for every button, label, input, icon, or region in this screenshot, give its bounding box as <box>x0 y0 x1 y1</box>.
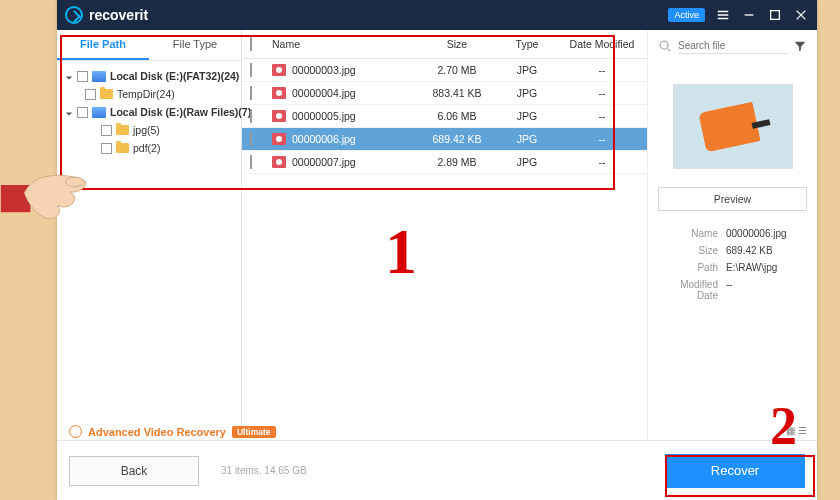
svg-point-1 <box>660 41 668 49</box>
meta-path-val: E:\RAW\jpg <box>726 262 777 273</box>
tree-label: jpg(5) <box>133 124 160 136</box>
search-icon <box>658 39 672 53</box>
footer: Advanced Video Recovery Ultimate ▦ ☰ Bac… <box>57 440 817 500</box>
tree-label: Local Disk (E:)(FAT32)(24) <box>110 70 239 82</box>
sidebar: File Path File Type Local Disk (E:)(FAT3… <box>57 30 242 440</box>
minimize-icon[interactable] <box>741 7 757 23</box>
image-file-icon <box>272 64 286 76</box>
brand-name: recoverit <box>89 7 148 23</box>
file-type: JPG <box>497 156 557 168</box>
tree-label: TempDir(24) <box>117 88 175 100</box>
file-type: JPG <box>497 133 557 145</box>
folder-icon <box>116 125 129 135</box>
tree-row[interactable]: jpg(5) <box>61 121 237 139</box>
file-name: 00000007.jpg <box>292 156 356 168</box>
tree-checkbox[interactable] <box>85 89 96 100</box>
brand: recoverit <box>65 6 148 24</box>
meta-name-key: Name <box>658 228 718 239</box>
file-list: Name Size Type Date Modified 00000003.jp… <box>242 30 647 440</box>
image-file-icon <box>272 156 286 168</box>
file-row[interactable]: 00000006.jpg689.42 KBJPG-- <box>242 128 647 151</box>
preview-thumbnail <box>673 84 793 169</box>
app-window: recoverit Active File Path File Type Loc… <box>57 0 817 500</box>
row-checkbox[interactable] <box>250 86 252 100</box>
file-type: JPG <box>497 64 557 76</box>
file-size: 2.70 MB <box>417 64 497 76</box>
meta-size-val: 689.42 KB <box>726 245 773 256</box>
folder-icon <box>116 143 129 153</box>
recover-button[interactable]: Recover <box>665 454 805 488</box>
file-type: JPG <box>497 87 557 99</box>
file-row[interactable]: 00000007.jpg2.89 MBJPG-- <box>242 151 647 174</box>
back-button[interactable]: Back <box>69 456 199 486</box>
tree-checkbox[interactable] <box>77 71 88 82</box>
tree-row[interactable]: TempDir(24) <box>61 85 237 103</box>
tree-label: pdf(2) <box>133 142 160 154</box>
tab-file-type[interactable]: File Type <box>149 30 241 60</box>
file-name: 00000006.jpg <box>292 133 356 145</box>
row-checkbox[interactable] <box>250 155 252 169</box>
file-size: 2.89 MB <box>417 156 497 168</box>
col-name[interactable]: Name <box>272 38 417 50</box>
row-checkbox[interactable] <box>250 63 252 77</box>
image-file-icon <box>272 133 286 145</box>
meta-size-key: Size <box>658 245 718 256</box>
menu-icon[interactable] <box>715 7 731 23</box>
svg-rect-2 <box>1 185 31 212</box>
meta-name-val: 00000006.jpg <box>726 228 787 239</box>
svg-rect-0 <box>771 11 780 20</box>
meta-mod-key: Modified Date <box>658 279 718 301</box>
file-name: 00000005.jpg <box>292 110 356 122</box>
folder-icon <box>100 89 113 99</box>
refresh-icon <box>69 425 82 438</box>
chevron-down-icon[interactable] <box>65 72 73 80</box>
file-name: 00000004.jpg <box>292 87 356 99</box>
file-size: 883.41 KB <box>417 87 497 99</box>
file-name: 00000003.jpg <box>292 64 356 76</box>
view-mode-icons[interactable]: ▦ ☰ <box>786 425 807 436</box>
tree-checkbox[interactable] <box>101 125 112 136</box>
ultimate-badge: Ultimate <box>232 426 276 438</box>
meta-mod-val: -- <box>726 279 733 301</box>
brand-logo-icon <box>65 6 83 24</box>
tree-label: Local Disk (E:)(Raw Files)(7) <box>110 106 251 118</box>
row-checkbox[interactable] <box>250 132 252 146</box>
file-size: 6.06 MB <box>417 110 497 122</box>
filter-icon[interactable] <box>793 39 807 53</box>
file-row[interactable]: 00000003.jpg2.70 MBJPG-- <box>242 59 647 82</box>
col-size[interactable]: Size <box>417 38 497 50</box>
image-file-icon <box>272 87 286 99</box>
preview-button[interactable]: Preview <box>658 187 807 211</box>
file-date: -- <box>557 87 647 99</box>
image-file-icon <box>272 110 286 122</box>
tree-checkbox[interactable] <box>77 107 88 118</box>
disk-icon <box>92 71 106 82</box>
file-date: -- <box>557 64 647 76</box>
meta-path-key: Path <box>658 262 718 273</box>
file-date: -- <box>557 110 647 122</box>
tree-row[interactable]: pdf(2) <box>61 139 237 157</box>
tree-checkbox[interactable] <box>101 143 112 154</box>
tab-file-path[interactable]: File Path <box>57 30 149 60</box>
file-row[interactable]: 00000005.jpg6.06 MBJPG-- <box>242 105 647 128</box>
file-date: -- <box>557 156 647 168</box>
file-row[interactable]: 00000004.jpg883.41 KBJPG-- <box>242 82 647 105</box>
file-size: 689.42 KB <box>417 133 497 145</box>
select-all-checkbox[interactable] <box>250 37 252 51</box>
file-date: -- <box>557 133 647 145</box>
col-date[interactable]: Date Modified <box>557 38 647 50</box>
file-list-header: Name Size Type Date Modified <box>242 30 647 59</box>
row-checkbox[interactable] <box>250 109 252 123</box>
status-text: 31 items, 14.65 GB <box>221 465 307 476</box>
close-icon[interactable] <box>793 7 809 23</box>
file-type: JPG <box>497 110 557 122</box>
tree-row[interactable]: Local Disk (E:)(FAT32)(24) <box>61 67 237 85</box>
col-type[interactable]: Type <box>497 38 557 50</box>
tree-row[interactable]: Local Disk (E:)(Raw Files)(7) <box>61 103 237 121</box>
active-badge: Active <box>668 8 705 22</box>
search-input[interactable] <box>678 40 787 51</box>
advanced-video-recovery[interactable]: Advanced Video Recovery Ultimate <box>69 425 276 438</box>
maximize-icon[interactable] <box>767 7 783 23</box>
titlebar: recoverit Active <box>57 0 817 30</box>
chevron-down-icon[interactable] <box>65 108 73 116</box>
